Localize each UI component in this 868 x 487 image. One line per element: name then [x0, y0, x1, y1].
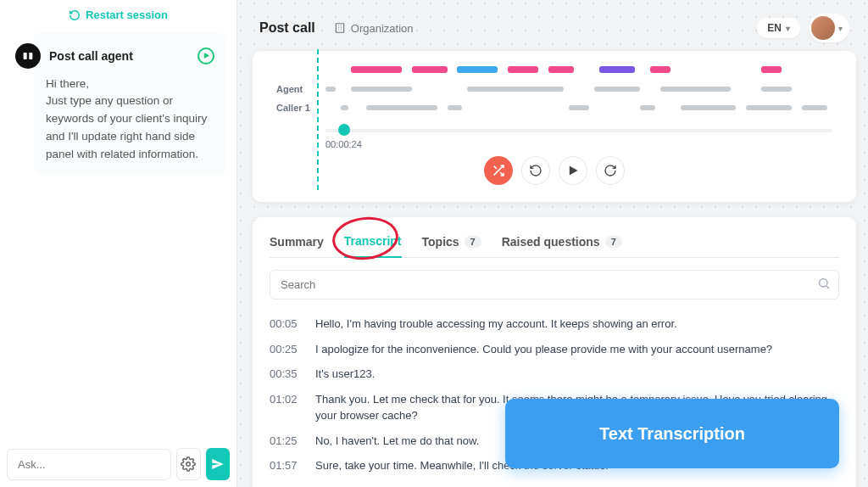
settings-button[interactable]: [176, 448, 201, 480]
timestamp: 01:02: [270, 391, 303, 424]
scrub-bar[interactable]: [326, 122, 832, 137]
svg-rect-3: [336, 24, 343, 33]
tab-label: Raised questions: [502, 235, 600, 249]
tab-label: Topics: [422, 235, 459, 249]
user-menu[interactable]: ▾: [809, 14, 849, 42]
transcript-text: I apologize for the inconvenience. Could…: [315, 341, 772, 358]
tab-transcript[interactable]: Transcript: [344, 231, 402, 258]
timeline-time: 00:00:24: [326, 139, 832, 149]
transcript-row[interactable]: 01:57Sure, take your time. Meanwhile, I'…: [270, 453, 839, 479]
topics-count: 7: [465, 236, 481, 248]
transcript-row[interactable]: 00:35It's user123.: [270, 361, 839, 387]
player-controls: [276, 156, 832, 185]
agent-message: Hi there, Just type any question or keyw…: [46, 76, 214, 165]
language-label: EN: [767, 22, 782, 34]
svg-rect-1: [29, 53, 32, 59]
chevron-down-icon: ▾: [838, 24, 843, 33]
timeline-topics-track: [326, 66, 832, 75]
tab-summary[interactable]: Summary: [270, 232, 324, 257]
transcript-text: Hello, I'm having trouble accessing my a…: [315, 316, 677, 333]
search-input[interactable]: [270, 270, 839, 299]
agent-card: Post call agent Hi there, Just type any …: [34, 33, 226, 175]
transcript-card: Summary Transcript Topics 7 Raised quest…: [253, 217, 856, 487]
transcript-text: Thank you. Let me check that for you. It…: [315, 391, 839, 424]
restart-row: Restart session: [0, 0, 236, 33]
forward-icon: [604, 164, 617, 177]
rewind-button[interactable]: [521, 156, 550, 185]
tabs: Summary Transcript Topics 7 Raised quest…: [270, 231, 839, 258]
search-box: [270, 270, 839, 299]
svg-rect-0: [24, 53, 27, 59]
timeline-row-label: Caller 1: [276, 103, 317, 113]
agent-avatar-icon: [15, 43, 41, 69]
timestamp: 00:35: [270, 366, 303, 383]
transcript-row[interactable]: 02:09No, I haven't. Let me do that now.: [270, 479, 839, 488]
transcript-text: No, I haven't. Let me do that now.: [315, 433, 479, 450]
send-icon: [210, 456, 225, 472]
scrub-handle[interactable]: [338, 124, 350, 136]
timeline-caller-track[interactable]: [326, 104, 832, 111]
tab-topics[interactable]: Topics 7: [422, 232, 481, 257]
shuffle-icon: [492, 164, 505, 177]
rewind-icon: [529, 164, 542, 177]
ask-row: [0, 441, 236, 487]
language-switcher[interactable]: EN ▾: [757, 18, 800, 38]
avatar: [811, 16, 835, 40]
search-icon: [817, 277, 831, 290]
timestamp: 01:25: [270, 433, 303, 450]
transcript-row[interactable]: 00:05Hello, I'm having trouble accessing…: [270, 311, 839, 337]
org-breadcrumb[interactable]: Organization: [334, 22, 414, 35]
sidebar: Restart session Post call agent Hi there…: [0, 0, 237, 487]
page-title: Post call: [259, 20, 315, 36]
shuffle-button[interactable]: [484, 156, 513, 185]
timestamp: 00:05: [270, 316, 303, 333]
play-icon: [567, 165, 579, 176]
restart-label: Restart session: [86, 8, 168, 21]
transcript-row[interactable]: 00:25I apologize for the inconvenience. …: [270, 337, 839, 362]
transcript-row[interactable]: 01:25No, I haven't. Let me do that now.: [270, 428, 839, 454]
timeline-agent-track[interactable]: [326, 86, 832, 92]
raised-count: 7: [605, 236, 622, 248]
transcript-list: 00:05Hello, I'm having trouble accessing…: [270, 311, 839, 487]
timestamp: 01:57: [270, 457, 303, 474]
ask-input[interactable]: [7, 449, 171, 480]
svg-point-4: [820, 279, 827, 287]
restart-session-button[interactable]: Restart session: [69, 8, 168, 21]
chevron-down-icon: ▾: [786, 24, 790, 33]
tab-raised-questions[interactable]: Raised questions 7: [502, 232, 622, 257]
play-button[interactable]: [559, 156, 587, 185]
playhead: [317, 49, 319, 190]
timeline-card: Agent Caller 1: [253, 51, 856, 202]
agent-play-button[interactable]: [198, 48, 214, 64]
timestamp: 00:25: [270, 341, 303, 358]
transcript-row[interactable]: 01:02Thank you. Let me check that for yo…: [270, 387, 839, 428]
main: Post call Organization EN ▾ ▾: [237, 0, 868, 487]
topbar: Post call Organization EN ▾ ▾: [253, 0, 856, 51]
org-label: Organization: [351, 22, 414, 35]
building-icon: [334, 22, 346, 34]
transcript-text: No, I haven't. Let me do that now.: [315, 483, 479, 488]
agent-title: Post call agent: [49, 49, 133, 63]
forward-button[interactable]: [596, 156, 625, 185]
timestamp: 02:09: [270, 483, 303, 488]
restart-icon: [69, 9, 81, 21]
transcript-text: Sure, take your time. Meanwhile, I'll ch…: [315, 457, 609, 474]
gear-icon: [181, 456, 196, 472]
send-button[interactable]: [206, 448, 230, 480]
transcript-text: It's user123.: [315, 366, 375, 383]
timeline-row-label: Agent: [276, 84, 317, 94]
svg-point-2: [186, 462, 191, 467]
